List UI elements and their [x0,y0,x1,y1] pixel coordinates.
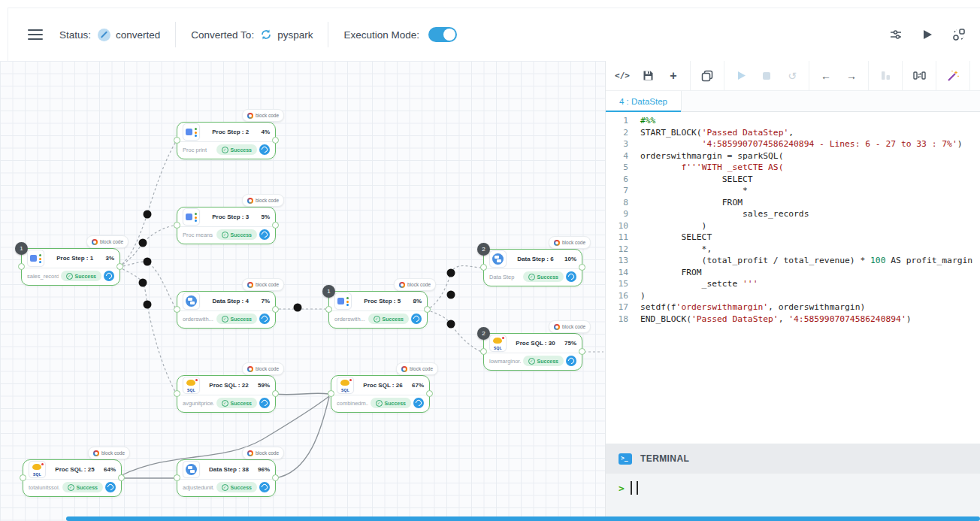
code-line[interactable]: 4orderswithmargin = sparkSQL( [606,150,980,162]
save-icon[interactable] [641,69,655,83]
forward-arrow-icon[interactable]: → [845,69,858,83]
output-port[interactable] [579,348,585,355]
block-code-pill[interactable]: block code [549,320,591,333]
code-panel: </> + ↺ ← → [605,61,980,521]
node-refresh-button[interactable] [105,482,116,492]
block-code-pill[interactable]: block code [242,447,284,459]
output-port[interactable] [116,263,123,270]
code-line[interactable]: 8 FROM [606,197,980,209]
block-code-pill[interactable]: block code [549,236,591,249]
input-port[interactable] [20,474,26,481]
pipeline-node[interactable]: 2block codeData Step : 610%Data Step✓Suc… [483,249,582,286]
input-port[interactable] [174,137,180,144]
output-port[interactable] [579,264,585,271]
node-refresh-button[interactable] [566,271,576,282]
stop-icon[interactable] [760,69,773,83]
copy-icon[interactable] [700,69,714,83]
pipeline-canvas[interactable]: 1block codeProc Step : 13%sales_records✓… [0,61,605,521]
block-code-pill[interactable]: block code [242,194,284,207]
input-port[interactable] [174,306,180,313]
code-icon[interactable]: </> [616,69,629,83]
node-dataset-label: Data Step [489,274,521,280]
block-code-pill[interactable]: block code [242,362,284,375]
block-code-pill[interactable]: block code [88,447,130,459]
add-icon[interactable]: + [667,69,680,83]
output-port[interactable] [272,474,279,481]
node-refresh-button[interactable] [259,482,270,492]
code-line[interactable]: 3 '4:5859907074586240894 - Lines: 6 - 27… [606,138,980,150]
chart-icon[interactable] [879,69,892,83]
output-port[interactable] [272,137,279,144]
pipeline-node[interactable]: block codeProc Step : 35%Proc means✓Succ… [177,207,276,244]
play-icon[interactable] [734,69,748,83]
code-line[interactable]: 9 sales_records [606,208,980,220]
code-line[interactable]: 13 (total_profit / total_revenue) * 100 … [606,255,980,267]
node-refresh-button[interactable] [413,398,424,408]
code-editor[interactable]: 1#%%2START_BLOCK('Passed DataStep',3 '4:… [606,112,980,447]
pipeline-node[interactable]: block codeProc Step : 24%Proc print✓Succ… [177,122,276,159]
pipeline-node[interactable]: 2block codeSQLProc SQL : 3075%lowmargino… [483,333,582,371]
output-port[interactable] [426,390,433,397]
pipeline-node[interactable]: 1block codeProc Step : 58%orderswith...✓… [328,291,428,329]
block-code-icon [92,239,98,245]
run-all-icon[interactable] [921,29,933,41]
hamburger-menu-icon[interactable] [28,29,43,40]
node-refresh-button[interactable] [259,229,270,240]
pipeline-node[interactable]: block codeSQLProc SQL : 2564%totalunitss… [23,459,122,497]
code-line[interactable]: 17setdf(f'orderswithmargin', orderswithm… [606,301,980,314]
block-code-pill[interactable]: block code [242,109,284,122]
output-port[interactable] [272,222,279,229]
pipeline-node[interactable]: block codeSQLProc SQL : 2667%combinedm..… [331,375,430,413]
code-line[interactable]: 10 ) [606,220,980,232]
input-port[interactable] [328,390,334,397]
sql-step-icon: SQL [183,377,200,394]
input-port[interactable] [174,390,180,397]
block-code-pill[interactable]: block code [86,235,129,248]
code-line[interactable]: 1#%% [606,115,980,127]
output-port[interactable] [272,390,279,397]
node-refresh-button[interactable] [259,314,270,324]
input-port[interactable] [325,306,332,313]
code-line[interactable]: 14 FROM [606,267,980,279]
input-port[interactable] [174,474,180,481]
code-line[interactable]: 7 * [606,185,980,197]
node-refresh-button[interactable] [259,398,270,408]
code-line[interactable]: 6 SELECT [606,174,980,186]
input-port[interactable] [174,222,180,229]
code-line[interactable]: 12 *, [606,244,980,256]
arrange-layout-icon[interactable] [951,27,966,42]
input-port[interactable] [480,348,487,355]
compare-icon[interactable] [912,69,926,83]
output-port[interactable] [424,306,431,313]
output-port[interactable] [272,306,279,313]
node-refresh-button[interactable] [411,314,422,324]
node-refresh-button[interactable] [566,356,576,366]
pipeline-node[interactable]: block codeSQLProc SQL : 2259%avgunitpric… [177,375,276,413]
tab-datastep[interactable]: 4 : DataStep [606,91,682,111]
pipeline-node[interactable]: block codeData Step : 3896%adjustedunit.… [177,459,276,497]
horizontal-scrollbar[interactable] [66,516,980,521]
pipeline-node[interactable]: block codeData Step : 47%orderswith...✓S… [177,291,276,329]
block-code-pill[interactable]: block code [394,278,436,291]
block-code-pill[interactable]: block code [242,278,284,291]
code-line[interactable]: 11 SELECT [606,232,980,244]
execution-mode-toggle[interactable] [428,27,457,42]
terminal-header[interactable]: >_ TERMINAL [606,444,980,474]
settings-sliders-icon[interactable] [888,27,903,42]
input-port[interactable] [18,263,25,270]
magic-wand-icon[interactable] [946,69,960,83]
terminal-input-area[interactable]: > [606,474,980,521]
pipeline-node[interactable]: 1block codeProc Step : 13%sales_records✓… [21,248,120,286]
reset-icon[interactable]: ↺ [785,69,799,83]
output-port[interactable] [118,474,125,481]
block-code-pill[interactable]: block code [396,362,438,375]
node-refresh-button[interactable] [104,271,114,281]
code-line[interactable]: 15 _setcte ''' [606,278,980,290]
back-arrow-icon[interactable]: ← [819,69,833,83]
node-refresh-button[interactable] [259,144,270,155]
code-line[interactable]: 16) [606,290,980,302]
code-line[interactable]: 18END_BLOCK('Passed DataStep', '4:585990… [606,314,980,326]
code-line[interactable]: 2START_BLOCK('Passed DataStep', [606,127,980,139]
code-line[interactable]: 5 f'''WITH _setCTE AS( [606,162,980,174]
input-port[interactable] [480,264,487,271]
